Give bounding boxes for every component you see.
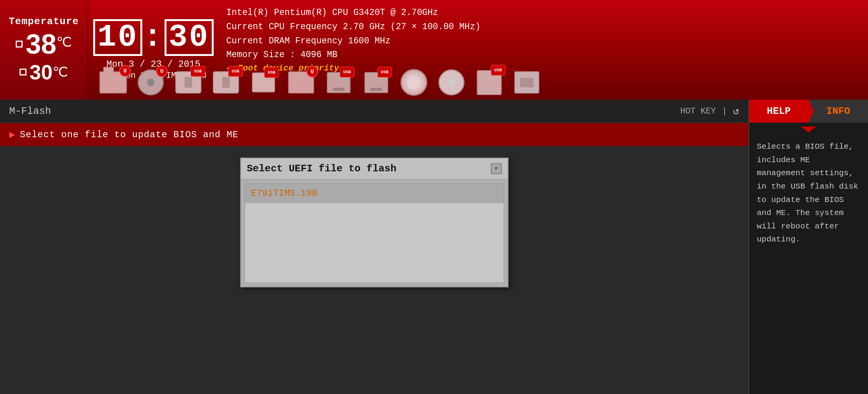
tab-help[interactable]: HELP: [749, 100, 809, 123]
temperature-label: Temperature: [9, 16, 79, 27]
dialog-close-button[interactable]: ×: [491, 163, 502, 174]
right-panel: HELP INFO Selects a BIOS file, includes …: [749, 100, 868, 394]
sysinfo-line-3: Current DRAM Frequency 1600 MHz: [226, 34, 860, 48]
dialog-titlebar: Select UEFI file to flash ×: [241, 158, 508, 179]
sysinfo-line-2: Current CPU Frequency 2.70 GHz (27 × 100…: [226, 20, 860, 34]
clock-minute: 30: [165, 19, 214, 56]
clock-display: 10 : 30: [93, 19, 214, 56]
temp-value-1: 38 ℃: [16, 30, 72, 58]
tab-help-arrow: [809, 100, 814, 123]
right-panel-arrow: [749, 123, 868, 135]
sysinfo-line-4: Memory Size : 4096 MB: [226, 48, 860, 62]
boot-icons-row: U U USB: [88, 65, 868, 100]
select-prompt-text: Select one file to update BIOS and ME: [20, 130, 239, 140]
mflash-title: M-Flash: [9, 105, 51, 117]
boot-icon-usb-3[interactable]: USB: [246, 69, 281, 96]
select-arrow-icon: ▶: [9, 128, 15, 141]
boot-icon-cd-2[interactable]: [434, 69, 469, 96]
boot-icon-hdd-2[interactable]: U: [284, 69, 318, 96]
hotkey-area: HOT KEY | ↺: [680, 105, 739, 117]
sysinfo-line-1: Intel(R) Pentium(R) CPU G3420T @ 2.70GHz: [226, 6, 860, 20]
hotkey-separator: |: [722, 107, 727, 116]
hotkey-label: HOT KEY: [680, 107, 716, 116]
temp-number-1: 38: [26, 30, 56, 58]
boot-icon-circle[interactable]: [397, 69, 431, 96]
back-button[interactable]: ↺: [733, 105, 739, 117]
boot-icon-cd[interactable]: U: [133, 69, 168, 96]
boot-icon-card[interactable]: [509, 69, 544, 96]
temp-unit-2: ℃: [53, 64, 68, 81]
boot-icon-hdd[interactable]: U: [96, 69, 130, 96]
right-tabs: HELP INFO: [749, 100, 868, 123]
temp-indicator-2: [20, 69, 26, 76]
tab-info[interactable]: INFO: [809, 100, 868, 123]
temp-value-2: 30 ℃: [20, 60, 68, 84]
boot-icon-usb-key-1[interactable]: USB: [321, 69, 356, 96]
file-item-0[interactable]: E7917IMS.190: [245, 184, 504, 203]
tab-info-label: INFO: [826, 105, 850, 117]
dialog-title: Select UEFI file to flash: [247, 163, 397, 174]
clock-hour: 10: [93, 19, 142, 56]
header: Temperature 38 ℃ 30 ℃ 10 : 30 Mon 3 / 23…: [0, 0, 868, 100]
temp-indicator-1: [16, 41, 23, 48]
boot-icon-floppy[interactable]: USB: [472, 69, 506, 96]
clock-colon: :: [143, 22, 163, 53]
help-text: Selects a BIOS file, includes ME managem…: [749, 135, 868, 252]
boot-icon-usb-1[interactable]: USB: [171, 69, 206, 96]
boot-icon-usb-key-2[interactable]: USB: [359, 69, 394, 96]
temp-number-2: 30: [30, 60, 53, 84]
tab-help-label: HELP: [767, 105, 791, 117]
temp-unit-1: ℃: [56, 34, 72, 51]
select-file-bar: ▶ Select one file to update BIOS and ME: [0, 123, 748, 146]
dialog-wrapper: Select UEFI file to flash × E7917IMS.190: [0, 146, 748, 394]
file-list: E7917IMS.190: [245, 183, 504, 283]
mflash-header: M-Flash HOT KEY | ↺: [0, 100, 748, 123]
arrow-down-icon: [801, 126, 816, 133]
center-panel: M-Flash HOT KEY | ↺ ▶ Select one file to…: [0, 100, 749, 394]
dialog-content: E7917IMS.190: [241, 179, 508, 287]
boot-icon-usb-2[interactable]: USB: [209, 69, 243, 96]
sysinfo-section: Intel(R) Pentium(R) CPU G3420T @ 2.70GHz…: [219, 0, 868, 100]
temperature-section: Temperature 38 ℃ 30 ℃: [0, 0, 88, 100]
main-content: M-Flash HOT KEY | ↺ ▶ Select one file to…: [0, 100, 868, 394]
dialog-box: Select UEFI file to flash × E7917IMS.190: [240, 158, 509, 287]
